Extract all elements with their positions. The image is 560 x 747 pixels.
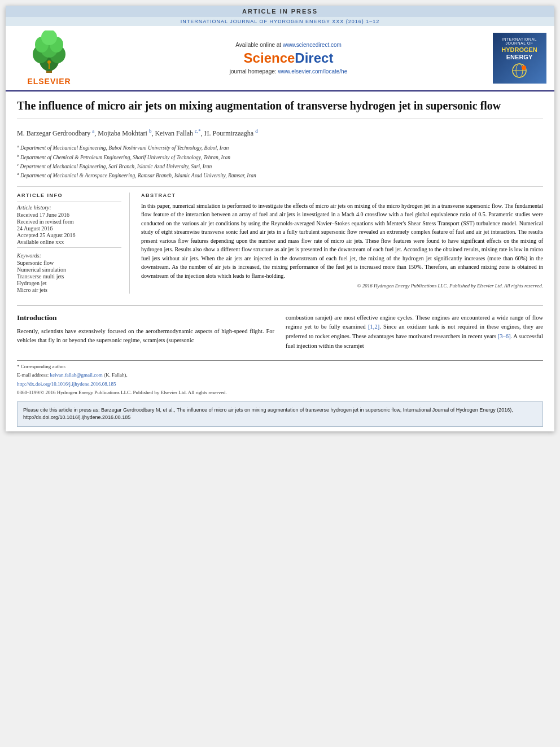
journal-homepage: journal homepage: www.elsevier.com/locat… bbox=[230, 68, 347, 75]
elsevier-wordmark: ELSEVIER bbox=[27, 77, 71, 86]
sd-logo-direct: Direct bbox=[295, 50, 333, 65]
intro-heading: Introduction bbox=[17, 313, 274, 322]
authors: M. Barzegar Gerdroodbary a, Mojtaba Mokh… bbox=[17, 127, 543, 139]
affiliation-d: d Department of Mechanical & Aerospace E… bbox=[17, 171, 543, 180]
sciencedirect-logo: ScienceDirect bbox=[244, 50, 334, 66]
doi-link[interactable]: http://dx.doi.org/10.1016/j.ijhydene.201… bbox=[17, 381, 116, 387]
he-intl-text: International Journal of bbox=[497, 37, 542, 45]
abstract-paragraph: In this paper, numerical simulation is p… bbox=[141, 202, 543, 281]
keyword-3: Transverse multi jets bbox=[17, 273, 121, 279]
sd-url-link[interactable]: www.sciencedirect.com bbox=[283, 42, 342, 48]
email-line: E-mail address: keivan.fallah@gmail.com … bbox=[17, 372, 543, 379]
page: ARTICLE IN PRESS INTERNATIONAL JOURNAL O… bbox=[6, 6, 554, 431]
he-globe-icon bbox=[508, 62, 531, 79]
affiliation-c: c Department of Mechanical Engineering, … bbox=[17, 162, 543, 171]
sd-logo-sci: Science bbox=[244, 50, 295, 65]
footnote-section: * Corresponding author. E-mail address: … bbox=[17, 360, 543, 397]
abstract-heading: ABSTRACT bbox=[141, 193, 543, 198]
history-label: Article history: bbox=[17, 204, 121, 211]
intro-right-text: combustion ramjet) are most effective en… bbox=[286, 313, 543, 351]
affiliation-a: a Department of Mechanical Engineering, … bbox=[17, 143, 543, 152]
abstract-copyright: © 2016 Hydrogen Energy Publications LLC.… bbox=[141, 282, 543, 290]
top-header: ELSEVIER Available online at www.science… bbox=[6, 26, 554, 91]
intro-left-text: Recently, scientists have extensively fo… bbox=[17, 327, 274, 346]
affiliations: a Department of Mechanical Engineering, … bbox=[17, 143, 543, 186]
elsevier-tree-svg bbox=[24, 30, 75, 76]
center-header: Available online at www.sciencedirect.co… bbox=[91, 30, 485, 86]
info-divider-2 bbox=[17, 247, 121, 248]
info-divider-1 bbox=[17, 202, 121, 202]
info-abstract-section: ARTICLE INFO Article history: Received 1… bbox=[17, 193, 543, 294]
keywords-section: Keywords: Supersonic flow Numerical simu… bbox=[17, 252, 121, 293]
rights-line: 0360-3199/© 2016 Hydrogen Energy Publica… bbox=[17, 389, 543, 397]
keyword-1: Supersonic flow bbox=[17, 260, 121, 266]
body-right-col: combustion ramjet) are most effective en… bbox=[286, 313, 543, 351]
keyword-5: Micro air jets bbox=[17, 287, 121, 293]
citation-box: Please cite this article in press as: Ba… bbox=[17, 401, 543, 427]
accepted-date: Accepted 25 August 2016 bbox=[17, 232, 121, 238]
aip-banner: ARTICLE IN PRESS bbox=[6, 6, 554, 17]
abstract-text: In this paper, numerical simulation is p… bbox=[141, 202, 543, 290]
right-logo-container: International Journal of HYDROGEN ENERGY bbox=[491, 30, 548, 86]
ref-3-6[interactable]: [3–6] bbox=[498, 333, 511, 339]
svg-point-8 bbox=[47, 60, 51, 64]
abstract-column: ABSTRACT In this paper, numerical simula… bbox=[141, 193, 543, 294]
keyword-4: Hydrogen jet bbox=[17, 280, 121, 286]
journal-url[interactable]: www.elsevier.com/locate/he bbox=[278, 68, 347, 75]
received-date: Received 17 June 2016 bbox=[17, 212, 121, 218]
elsevier-logo: ELSEVIER bbox=[12, 30, 86, 86]
affiliation-b: b Department of Chemical & Petroleum Eng… bbox=[17, 153, 543, 162]
revised-date: 24 August 2016 bbox=[17, 225, 121, 231]
he-hydrogen: HYDROGEN bbox=[501, 46, 537, 53]
corresponding-note: * Corresponding author. bbox=[17, 363, 543, 371]
ref-1-2[interactable]: [1,2] bbox=[368, 324, 379, 330]
body-section: Introduction Recently, scientists have e… bbox=[6, 305, 554, 351]
journal-bar: INTERNATIONAL JOURNAL OF HYDROGEN ENERGY… bbox=[6, 17, 554, 26]
available-date: Available online xxx bbox=[17, 239, 121, 245]
svg-point-13 bbox=[522, 65, 526, 70]
aip-text: ARTICLE IN PRESS bbox=[242, 8, 318, 15]
article-info-column: ARTICLE INFO Article history: Received 1… bbox=[17, 193, 130, 294]
doi-line: http://dx.doi.org/10.1016/j.ijhydene.201… bbox=[17, 381, 543, 388]
article-content: The influence of micro air jets on mixin… bbox=[6, 91, 554, 305]
article-title: The influence of micro air jets on mixin… bbox=[17, 98, 543, 119]
he-energy: ENERGY bbox=[506, 54, 532, 60]
keywords-label: Keywords: bbox=[17, 252, 121, 259]
keyword-2: Numerical simulation bbox=[17, 267, 121, 273]
revised-label: Received in revised form bbox=[17, 219, 121, 225]
citation-text: Please cite this article in press as: Ba… bbox=[23, 407, 513, 421]
he-journal-name: HYDROGEN ENERGY bbox=[501, 46, 537, 61]
body-left-col: Introduction Recently, scientists have e… bbox=[17, 313, 274, 351]
article-info-heading: ARTICLE INFO bbox=[17, 193, 121, 198]
hydrogen-energy-box: International Journal of HYDROGEN ENERGY bbox=[493, 33, 546, 84]
available-online-text: Available online at www.sciencedirect.co… bbox=[235, 42, 342, 48]
email-link[interactable]: keivan.fallah@gmail.com bbox=[50, 372, 102, 378]
journal-line: INTERNATIONAL JOURNAL OF HYDROGEN ENERGY… bbox=[181, 19, 380, 24]
